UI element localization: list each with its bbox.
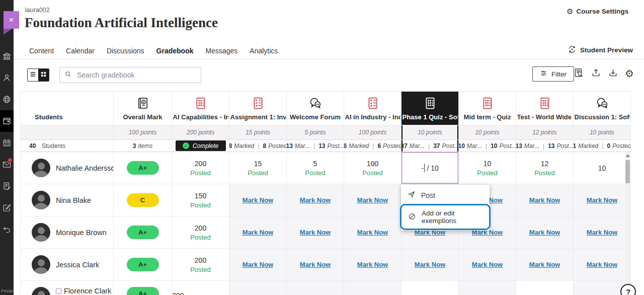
list-view-button[interactable] <box>28 69 38 81</box>
document-search-button[interactable] <box>574 67 584 80</box>
sidebar-item-profile[interactable] <box>0 67 14 89</box>
mark-now-link[interactable]: Mark Now <box>243 229 273 236</box>
course-settings-button[interactable]: ⚙ Course Settings <box>564 7 631 16</box>
overall-grade-cell[interactable]: A+ <box>114 281 172 295</box>
grade-cell-ai-capabilities-ind[interactable]: 200Posted <box>172 249 229 281</box>
column-header-test-world-wide[interactable]: Test - World Wide ... <box>516 92 574 125</box>
grade-cell-assignment-1-inve[interactable]: 15Posted <box>229 152 287 184</box>
sidebar-item-activity[interactable] <box>0 89 14 110</box>
sidebar-item-courses[interactable] <box>0 110 14 132</box>
grade-value: 12 <box>541 159 549 168</box>
stats-cell-discussion-1-softw: 1 Marked|0 Posted <box>574 140 631 152</box>
sidebar-item-institution[interactable] <box>0 45 14 67</box>
grade-cell-ai-capabilities-ind[interactable]: 200Posted <box>172 152 229 184</box>
grade-cell-ai-capabilities-ind[interactable]: 200Posted <box>172 216 229 249</box>
mark-now-link[interactable]: Mark Now <box>472 261 503 268</box>
column-header-discussion-1-softw[interactable]: Discussion 1: Softw... <box>574 92 631 125</box>
grade-cell-test-world-wide[interactable]: 12 <box>516 281 574 295</box>
column-header-assignment-1-inve[interactable]: Assignment 1: Inve... <box>229 92 287 125</box>
scrollbar-thumb[interactable] <box>625 160 630 183</box>
forum-icon <box>595 96 609 110</box>
stats-cell-ai-capabilities-ind: ✓Complete <box>172 140 229 152</box>
privacy-link[interactable]: Privacy <box>1 288 14 293</box>
tab-messages[interactable]: Messages <box>199 44 244 58</box>
mark-now-link[interactable]: Mark Now <box>300 261 331 268</box>
mark-now-link[interactable]: Mark Now <box>529 261 560 268</box>
filter-button[interactable]: Filter <box>532 66 574 82</box>
close-course-button[interactable]: × <box>4 11 19 29</box>
grade-cell-ai-capabilities-ind[interactable]: 200Posted <box>172 281 229 295</box>
grade-cell-mid-term-quiz[interactable]: 10Posted <box>459 152 516 184</box>
student-preview-button[interactable]: Student Preview <box>565 44 636 56</box>
mark-now-link[interactable]: Mark Now <box>587 261 617 268</box>
student-cell-jessica-clark[interactable]: Jessica Clark <box>21 249 114 281</box>
mark-now-link[interactable]: Mark Now <box>300 229 331 236</box>
tab-analytics[interactable]: Analytics <box>244 44 284 58</box>
student-cell-monique-brown[interactable]: Monique Brown <box>21 216 114 249</box>
calendar-icon <box>2 138 12 148</box>
mark-now-link[interactable]: Mark Now <box>243 196 273 204</box>
help-button[interactable]: ? <box>620 284 636 295</box>
column-header-phase-1-quiz-soft[interactable]: Phase 1 Quiz - Soft... <box>401 92 459 125</box>
column-header-mid-term-quiz[interactable]: Mid term - Quiz <box>459 92 516 125</box>
grade-pill: A+ <box>127 226 159 239</box>
grade-cell-ai-in-industry-indi[interactable]: 100Posted <box>344 152 401 184</box>
overall-grade-cell[interactable]: A+ <box>114 216 172 249</box>
mark-now-link[interactable]: Mark Now <box>357 229 388 236</box>
sidebar-item-sign-out[interactable] <box>0 218 14 240</box>
accommodations-icon <box>56 288 61 294</box>
students-column-header[interactable]: Students <box>21 92 114 125</box>
student-cell-nina-blake[interactable]: Nina Blake <box>21 184 114 216</box>
scroll-up-icon[interactable] <box>626 154 630 157</box>
mark-now-link[interactable]: Mark Now <box>300 196 331 204</box>
points-cell-phase-1-quiz-soft: 10 points <box>401 125 459 140</box>
grid-view-button[interactable] <box>38 69 49 81</box>
vertical-scrollbar[interactable] <box>625 153 630 295</box>
sidebar-item-calendar[interactable] <box>0 132 14 154</box>
mark-now-link[interactable]: Mark Now <box>529 196 560 204</box>
mark-now-link[interactable]: Mark Now <box>587 196 617 204</box>
grade-cell-discussion-1-softw[interactable]: 10 <box>574 152 631 184</box>
download-button[interactable] <box>608 67 618 80</box>
overall-grade-cell[interactable]: A+ <box>114 152 172 184</box>
institution-icon <box>2 51 12 61</box>
sidebar-item-messages[interactable] <box>0 154 14 175</box>
overall-grade-cell[interactable]: A+ <box>114 249 172 281</box>
grade-cell-phase-1-quiz-soft[interactable]: 7 <box>401 281 459 295</box>
sidebar-item-grades[interactable] <box>0 175 14 197</box>
tab-content[interactable]: Content <box>23 44 60 58</box>
stats-cell-mid-term-quiz: 10 Mar...|10 Post... <box>459 140 516 152</box>
search-input[interactable] <box>76 70 196 80</box>
column-header-welcome-forum[interactable]: Welcome Forum <box>287 92 344 125</box>
column-header-overall-mark[interactable]: Overall Mark <box>114 92 172 125</box>
grade-posted-status: Posted <box>190 233 210 242</box>
overall-grade-cell[interactable]: C <box>114 184 172 216</box>
settings-button[interactable]: ⚙ <box>625 68 634 79</box>
grade-cell-test-world-wide[interactable]: 12Posted <box>516 152 574 184</box>
menu-item-add-exemptions[interactable]: Add or edit exemptions <box>401 205 489 229</box>
student-cell-florence-clark[interactable]: Florence Clark <box>21 281 114 295</box>
grade-editor[interactable]: -/ 10 <box>421 164 439 172</box>
student-cell-nathalie-andersson[interactable]: Nathalie Andersson <box>21 152 114 184</box>
tab-discussions[interactable]: Discussions <box>101 44 150 58</box>
grade-cell-ai-capabilities-ind[interactable]: 150Posted <box>172 184 229 216</box>
sidebar-item-tools[interactable] <box>0 197 14 218</box>
menu-item-post-label: Post <box>421 191 435 199</box>
column-header-ai-in-industry-indi[interactable]: AI in Industry - Indi... <box>344 92 401 125</box>
grade-cell-ai-in-industry-indi: Mark Now <box>344 249 401 281</box>
grade-input-cell-phase-1-quiz-soft[interactable]: -/ 10 <box>401 152 459 184</box>
menu-item-post[interactable]: Post <box>401 186 490 204</box>
mark-now-link[interactable]: Mark Now <box>243 261 273 268</box>
stats-cell-ai-in-industry-indi: 6 Marked|6 Posted <box>344 140 401 152</box>
column-header-ai-capabilities-ind[interactable]: AI Capabilities - Ind... <box>172 92 229 125</box>
upload-button[interactable] <box>591 67 601 80</box>
mark-now-link[interactable]: Mark Now <box>357 196 388 204</box>
tab-gradebook[interactable]: Gradebook <box>150 44 200 58</box>
mark-now-link[interactable]: Mark Now <box>529 229 560 236</box>
mark-now-link[interactable]: Mark Now <box>357 261 388 268</box>
gradebook-toolbar: Filter ⚙ <box>14 59 644 91</box>
tab-calendar[interactable]: Calendar <box>60 44 101 58</box>
mark-now-link[interactable]: Mark Now <box>587 229 617 236</box>
grade-cell-welcome-forum[interactable]: 5Posted <box>287 152 344 184</box>
mark-now-link[interactable]: Mark Now <box>415 261 445 268</box>
